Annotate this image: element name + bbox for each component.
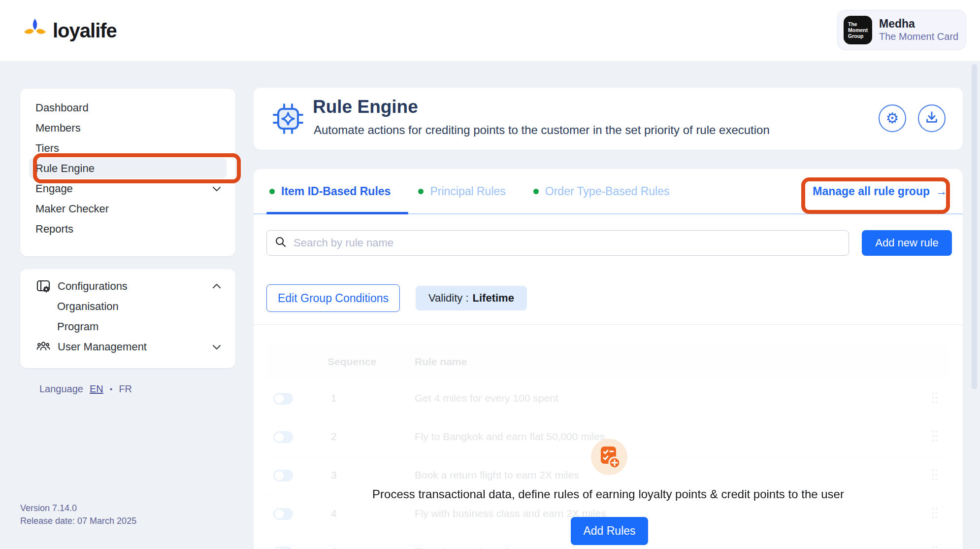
lotus-icon — [22, 17, 48, 44]
download-icon — [924, 110, 939, 127]
sidebar-item-configurations[interactable]: Configurations — [20, 276, 235, 296]
chevron-up-icon — [212, 280, 222, 293]
manage-all-rule-group-link[interactable]: Manage all rule group → — [813, 185, 947, 198]
top-bar: loyalife The Moment Group Medha The Mome… — [0, 0, 980, 61]
sidebar-item-program[interactable]: Program — [20, 316, 235, 337]
app-logo: loyalife — [22, 0, 117, 61]
add-new-rule-button[interactable]: Add new rule — [862, 230, 952, 256]
sidebar-item-maker-checker[interactable]: Maker Checker — [20, 199, 235, 219]
edit-group-conditions-button[interactable]: Edit Group Conditions — [266, 284, 400, 312]
rule-engine-icon — [272, 103, 304, 137]
green-dot-icon — [418, 189, 424, 194]
sidebar-item-members[interactable]: Members — [20, 118, 235, 138]
settings-button[interactable]: ⚙ — [879, 104, 906, 132]
search-input[interactable] — [294, 237, 841, 249]
column-header-sequence: Sequence — [327, 356, 376, 368]
version-info: Version 7.14.0 Release date: 07 March 20… — [20, 502, 136, 527]
user-name: Medha — [879, 17, 958, 31]
page-header-card: Rule Engine Automate actions for crediti… — [254, 88, 963, 150]
language-separator: • — [110, 385, 113, 394]
column-header-rule-name: Rule name — [415, 356, 467, 368]
page-subtitle: Automate actions for crediting points to… — [314, 123, 770, 137]
drag-handle-icon[interactable] — [931, 507, 938, 521]
user-account-chip[interactable]: The Moment Group Medha The Moment Card — [837, 10, 966, 50]
sidebar-item-rule-engine[interactable]: Rule Engine — [29, 158, 227, 178]
tab-bar: Item ID-Based Rules Principal Rules Orde… — [254, 169, 963, 214]
language-label: Language — [39, 383, 83, 395]
validity-chip: Validity : Lifetime — [416, 286, 527, 310]
version-text: Version 7.14.0 — [20, 502, 136, 515]
rules-card: Item ID-Based Rules Principal Rules Orde… — [254, 169, 963, 549]
sidebar-item-tiers[interactable]: Tiers — [20, 138, 235, 158]
add-rules-button[interactable]: Add Rules — [571, 517, 648, 545]
language-en[interactable]: EN — [90, 383, 103, 395]
tab-order-type-based-rules[interactable]: Order Type-Based Rules — [533, 169, 670, 213]
green-dot-icon — [533, 189, 539, 194]
table-row: 1 Get 4 miles for every 100 spent — [266, 379, 950, 418]
org-logo: The Moment Group — [844, 16, 872, 44]
logo-text: loyalife — [53, 20, 117, 42]
page-title: Rule Engine — [313, 97, 418, 117]
checklist-add-icon — [591, 439, 627, 477]
release-date-text: Release date: 07 March 2025 — [20, 515, 136, 527]
user-management-icon — [36, 340, 52, 354]
search-box[interactable] — [266, 230, 849, 256]
table-header: Sequence Rule name — [266, 345, 950, 379]
validity-value: Lifetime — [473, 292, 514, 305]
user-program: The Moment Card — [879, 31, 958, 43]
sidebar-config-card: Configurations Organisation Program User… — [20, 269, 235, 368]
tab-item-id-based-rules[interactable]: Item ID-Based Rules — [269, 169, 391, 213]
drag-handle-icon[interactable] — [931, 391, 938, 406]
language-switcher: Language EN • FR — [39, 383, 132, 395]
sidebar-item-organisation[interactable]: Organisation — [20, 296, 235, 316]
language-fr[interactable]: FR — [119, 383, 132, 395]
download-button[interactable] — [918, 104, 946, 132]
scrollbar-thumb[interactable] — [972, 64, 977, 389]
sidebar-item-engage[interactable]: Engage — [20, 178, 235, 199]
chevron-down-icon — [212, 341, 222, 353]
sidebar-item-reports[interactable]: Reports — [20, 219, 235, 239]
arrow-right-icon: → — [936, 185, 947, 198]
section-divider — [254, 324, 963, 325]
sidebar-item-dashboard[interactable]: Dashboard — [20, 98, 235, 118]
rule-toggle[interactable] — [273, 393, 293, 405]
validity-label: Validity : — [428, 292, 469, 305]
drag-handle-icon[interactable] — [931, 545, 938, 549]
rule-toggle[interactable] — [273, 547, 293, 549]
search-icon — [275, 236, 287, 250]
sidebar-nav-card: Dashboard Members Tiers Rule Engine Enga… — [20, 89, 235, 256]
configurations-icon — [36, 279, 52, 294]
sidebar-item-user-management[interactable]: User Management — [20, 337, 235, 357]
chevron-down-icon — [212, 182, 222, 195]
empty-state-message: Process transactional data, define rules… — [254, 487, 963, 501]
rule-toggle[interactable] — [273, 508, 293, 520]
rule-toggle[interactable] — [273, 470, 293, 481]
rule-toggle[interactable] — [273, 431, 293, 443]
drag-handle-icon[interactable] — [931, 468, 938, 483]
gear-icon: ⚙ — [886, 111, 899, 126]
tab-principal-rules[interactable]: Principal Rules — [418, 169, 505, 213]
drag-handle-icon[interactable] — [931, 430, 938, 445]
green-dot-icon — [269, 189, 275, 194]
